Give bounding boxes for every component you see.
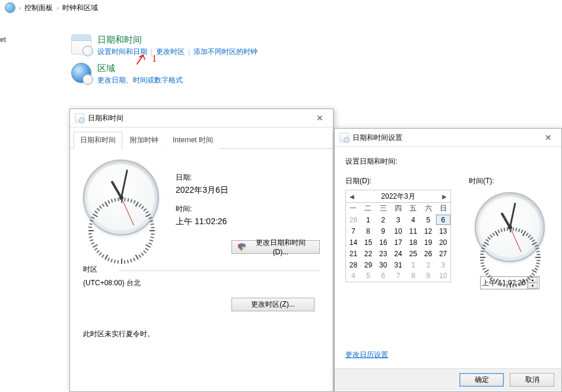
close-button[interactable]: ✕	[312, 112, 328, 124]
breadcrumb-clock-region[interactable]: 时钟和区域	[62, 3, 98, 13]
calendar-day[interactable]: 18	[406, 237, 421, 248]
calendar-day[interactable]: 12	[421, 225, 436, 237]
dialog-icon	[339, 133, 349, 142]
close-button[interactable]: ✕	[540, 132, 557, 144]
calendar-day[interactable]: 3	[436, 259, 450, 270]
calendar-day[interactable]: 7	[346, 225, 361, 237]
calendar-day[interactable]: 25	[406, 248, 421, 259]
calendar-day[interactable]: 4	[406, 214, 421, 225]
titlebar[interactable]: 日期和时间 ✕	[70, 109, 333, 128]
calendar-month-title[interactable]: 2022年3月	[381, 192, 415, 202]
tab-additional-clocks[interactable]: 附加时钟	[123, 132, 165, 149]
dst-text: 此时区未实行夏令时。	[83, 329, 320, 339]
calendar-day[interactable]: 4	[346, 270, 361, 282]
calendar-day[interactable]: 14	[346, 237, 361, 248]
timezone-value: (UTC+08:00) 台北	[83, 278, 320, 288]
calendar-day[interactable]: 21	[346, 248, 361, 259]
calendar-grid: 一二三四五六日 28123456789101112131415161718192…	[345, 203, 451, 282]
calendar-day[interactable]: 23	[376, 248, 390, 259]
calendar-day[interactable]: 6	[436, 214, 450, 225]
analog-clock	[83, 160, 159, 235]
set-date-time-label: 设置日期和时间:	[345, 157, 551, 167]
date-value: 2022年3月6日	[176, 185, 228, 196]
date-time-title[interactable]: 日期和时间	[97, 34, 258, 46]
dialog-date-time: 日期和时间 ✕ 日期和时间 附加时钟 Internet 时间 日期: 2022年…	[69, 109, 334, 392]
ok-button[interactable]: 确定	[459, 373, 504, 387]
calendar-day[interactable]: 9	[376, 225, 390, 237]
region-title[interactable]: 区域	[97, 63, 183, 74]
breadcrumb-sep: ›	[56, 5, 58, 11]
calendar-day[interactable]: 6	[376, 270, 390, 282]
calendar-day[interactable]: 16	[376, 237, 390, 248]
titlebar[interactable]: 日期和时间设置 ✕	[335, 129, 561, 147]
link-set-time-date[interactable]: 设置时间和日期	[97, 47, 147, 57]
timezone-label: 时区	[83, 264, 320, 275]
link-divider: |	[188, 48, 190, 56]
calendar-day[interactable]: 28	[346, 214, 361, 225]
calendar-day[interactable]: 5	[421, 214, 436, 225]
time-spin-down[interactable]: ▼	[528, 283, 538, 289]
date-header: 日期(D):	[345, 176, 451, 186]
left-edge-fragment: et	[0, 36, 6, 44]
time-label: 时间:	[176, 204, 228, 214]
calendar-day[interactable]: 31	[390, 259, 405, 270]
calendar-day[interactable]: 19	[421, 237, 436, 248]
date-time-icon	[71, 34, 91, 55]
change-timezone-button[interactable]: 更改时区(Z)...	[231, 298, 315, 311]
calendar-day[interactable]: 29	[361, 259, 376, 270]
calendar-day[interactable]: 24	[390, 248, 405, 259]
analog-clock-small	[475, 192, 545, 262]
divider	[119, 270, 320, 271]
change-date-time-button[interactable]: 更改日期和时间(D)...	[231, 240, 320, 254]
link-divider: |	[151, 48, 153, 56]
category-region: 区域 更改日期、时间或数字格式	[71, 63, 258, 85]
dialog-footer: 确定 取消	[335, 368, 561, 391]
calendar-day[interactable]: 10	[436, 270, 450, 282]
calendar-day[interactable]: 1	[406, 259, 421, 270]
dialog-date-time-settings: 日期和时间设置 ✕ 设置日期和时间: 日期(D): ◀ 2022年3月 ▶ 一二…	[334, 128, 562, 392]
calendar-day[interactable]: 9	[421, 270, 436, 282]
calendar-day[interactable]: 2	[421, 259, 436, 270]
calendar-day[interactable]: 13	[436, 225, 450, 237]
prev-month-button[interactable]: ◀	[347, 193, 357, 200]
calendar-day[interactable]: 20	[436, 237, 450, 248]
time-value: 上午 11:02:26	[176, 216, 228, 227]
calendar-day[interactable]: 2	[376, 214, 390, 225]
tab-bar: 日期和时间 附加时钟 Internet 时间	[70, 131, 333, 149]
calendar-nav: ◀ 2022年3月 ▶	[345, 190, 451, 203]
calendar-dow: 三	[376, 203, 390, 214]
tab-date-time[interactable]: 日期和时间	[74, 132, 122, 149]
calendar-dow: 六	[421, 203, 436, 214]
calendar-dow: 日	[436, 203, 450, 214]
calendar-day[interactable]: 27	[436, 248, 450, 259]
change-calendar-settings-link[interactable]: 更改日历设置	[345, 350, 551, 360]
calendar-day[interactable]: 26	[421, 248, 436, 259]
calendar-day[interactable]: 1	[361, 214, 376, 225]
tab-internet-time[interactable]: Internet 时间	[166, 132, 220, 149]
calendar-dow: 一	[346, 203, 361, 214]
calendar-day[interactable]: 3	[390, 214, 405, 225]
calendar-day[interactable]: 30	[376, 259, 390, 270]
cancel-button[interactable]: 取消	[510, 373, 554, 387]
calendar-day[interactable]: 7	[390, 270, 405, 282]
calendar-day[interactable]: 11	[406, 225, 421, 237]
calendar-day[interactable]: 22	[361, 248, 376, 259]
calendar-dow: 二	[361, 203, 376, 214]
time-header: 时间(T):	[469, 176, 494, 186]
breadcrumb-control-panel[interactable]: 控制面板	[24, 3, 53, 13]
next-month-button[interactable]: ▶	[440, 193, 449, 200]
calendar-day[interactable]: 15	[361, 237, 376, 248]
link-add-clocks[interactable]: 添加不同时区的时钟	[193, 47, 258, 57]
calendar-day[interactable]: 17	[390, 237, 405, 248]
dialog-title: 日期和时间设置	[353, 133, 402, 143]
calendar-dow: 五	[406, 203, 421, 214]
link-change-timezone[interactable]: 更改时区	[156, 47, 185, 57]
link-change-formats[interactable]: 更改日期、时间或数字格式	[97, 75, 183, 85]
breadcrumb: › 控制面板 › 时钟和区域	[0, 0, 562, 15]
calendar-day[interactable]: 10	[390, 225, 405, 237]
dialog-icon	[75, 113, 84, 123]
calendar-day[interactable]: 28	[346, 259, 361, 270]
calendar-day[interactable]: 8	[361, 225, 376, 237]
calendar-day[interactable]: 5	[361, 270, 376, 282]
calendar-day[interactable]: 8	[406, 270, 421, 282]
